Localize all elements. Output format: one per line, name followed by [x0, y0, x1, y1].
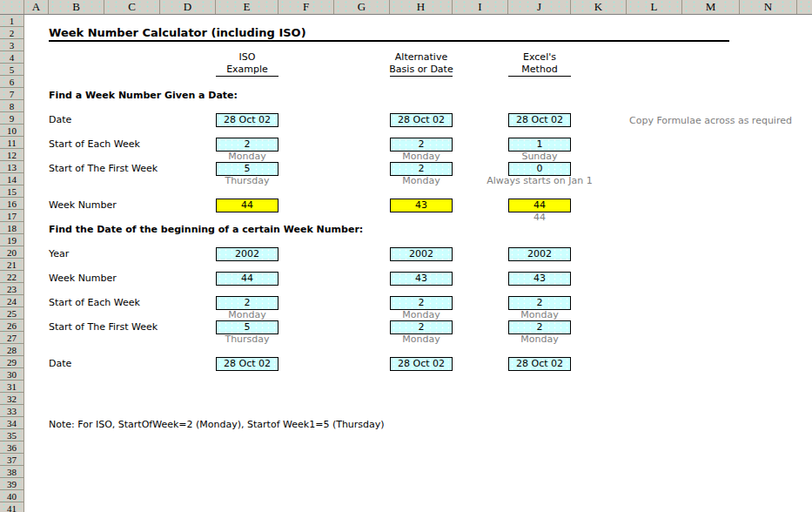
cell-s1-start-of-first-week-excel[interactable]: 0: [508, 162, 571, 176]
subtext-s1-week-number-excel: 44: [453, 212, 627, 224]
row-header-11[interactable]: 11: [0, 137, 24, 149]
cell-s1-start-of-first-week-alternative[interactable]: 2: [390, 162, 453, 176]
cell-s2-year-iso[interactable]: 2002: [216, 247, 278, 261]
cell-s1-start-of-first-week-iso[interactable]: 5: [216, 162, 278, 176]
column-header-a[interactable]: A: [24, 0, 49, 14]
cell-s2-year-excel[interactable]: 2002: [508, 247, 571, 261]
cell-s2-week-number-iso[interactable]: 44: [216, 272, 278, 286]
cell-s2-date-iso[interactable]: 28 Oct 02: [216, 357, 278, 371]
column-header-m[interactable]: M: [682, 0, 740, 14]
row-header-4[interactable]: 4: [0, 51, 24, 64]
row-header-37[interactable]: 37: [0, 454, 24, 466]
row-header-18[interactable]: 18: [0, 222, 24, 234]
row-header-10[interactable]: 10: [0, 125, 24, 137]
row-header-12[interactable]: 12: [0, 149, 24, 161]
row-header-2[interactable]: 2: [0, 27, 24, 39]
method-header-alternative-line1: Alternative: [395, 51, 447, 64]
row-header-29[interactable]: 29: [0, 356, 24, 368]
row-header-23[interactable]: 23: [0, 283, 24, 295]
cell-s2-year-alternative[interactable]: 2002: [390, 247, 453, 261]
row-header-19[interactable]: 19: [0, 234, 24, 246]
column-header-b[interactable]: B: [49, 0, 104, 14]
cell-s2-start-of-first-week-excel[interactable]: 2: [508, 320, 571, 334]
cell-s1-date-alternative[interactable]: 28 Oct 02: [390, 113, 453, 127]
label-s1-date: Date: [49, 113, 71, 126]
row-header-32[interactable]: 32: [0, 393, 24, 405]
cell-s1-start-of-each-week-alternative[interactable]: 2: [390, 138, 453, 152]
cell-s2-date-excel[interactable]: 28 Oct 02: [508, 357, 571, 371]
row-header-1[interactable]: 1: [0, 15, 24, 27]
column-header-n[interactable]: N: [740, 0, 797, 14]
row-header-27[interactable]: 27: [0, 332, 24, 344]
method-header-iso: ISO Example: [216, 51, 278, 77]
subtext-s2-start-of-first-week-iso: Thursday: [160, 333, 334, 346]
method-header-excels-line2: Method: [521, 64, 557, 76]
method-header-alternative-line2: Basis or Date: [389, 64, 453, 76]
column-header-j[interactable]: J: [508, 0, 571, 14]
row-header-13[interactable]: 13: [0, 161, 24, 173]
column-header-k[interactable]: K: [571, 0, 627, 14]
column-header-e[interactable]: E: [216, 0, 278, 14]
row-header-20[interactable]: 20: [0, 246, 24, 259]
row-header-3[interactable]: 3: [0, 39, 24, 51]
row-header-38[interactable]: 38: [0, 466, 24, 478]
row-header-5[interactable]: 5: [0, 64, 24, 76]
row-header-14[interactable]: 14: [0, 173, 24, 185]
row-header-31[interactable]: 31: [0, 381, 24, 393]
cell-s1-week-number-iso[interactable]: 44: [216, 199, 278, 212]
row-header-8[interactable]: 8: [0, 100, 24, 112]
column-header-i[interactable]: I: [453, 0, 508, 14]
cell-s1-date-iso[interactable]: 28 Oct 02: [216, 113, 278, 127]
row-header-40[interactable]: 40: [0, 490, 24, 502]
method-header-excels: Excel's Method: [508, 51, 571, 77]
row-header-25[interactable]: 25: [0, 307, 24, 320]
subtext-s1-start-of-each-week-iso: Monday: [160, 151, 334, 163]
cell-s1-date-excel[interactable]: 28 Oct 02: [508, 113, 571, 127]
cell-s1-week-number-alternative[interactable]: 43: [390, 199, 453, 212]
row-header-15[interactable]: 15: [0, 185, 24, 198]
cell-s2-start-of-each-week-alternative[interactable]: 2: [390, 296, 453, 310]
label-s2-week-number: Week Number: [49, 272, 117, 285]
column-header-l[interactable]: L: [627, 0, 682, 14]
row-header-21[interactable]: 21: [0, 259, 24, 271]
row-header-30[interactable]: 30: [0, 368, 24, 381]
row-header-6[interactable]: 6: [0, 76, 24, 88]
cell-s2-start-of-each-week-excel[interactable]: 2: [508, 296, 571, 310]
column-header-partial[interactable]: [797, 0, 812, 14]
row-header-41[interactable]: 41: [0, 502, 24, 512]
select-all-corner[interactable]: [0, 0, 24, 14]
row-header-7[interactable]: 7: [0, 88, 24, 100]
cell-s2-date-alternative[interactable]: 28 Oct 02: [390, 357, 453, 371]
cell-s1-week-number-excel[interactable]: 44: [508, 199, 571, 212]
column-header-c[interactable]: C: [104, 0, 160, 14]
label-s2-start-of-first-week: Start of The First Week: [49, 320, 158, 333]
row-header-39[interactable]: 39: [0, 478, 24, 490]
column-header-g[interactable]: G: [334, 0, 390, 14]
row-header-34[interactable]: 34: [0, 417, 24, 429]
row-header-16[interactable]: 16: [0, 198, 24, 210]
cell-s2-week-number-alternative[interactable]: 43: [390, 272, 453, 286]
row-header-17[interactable]: 17: [0, 210, 24, 222]
label-s1-week-number: Week Number: [49, 199, 117, 212]
row-header-35[interactable]: 35: [0, 429, 24, 441]
row-header-24[interactable]: 24: [0, 295, 24, 307]
cell-s1-start-of-each-week-excel[interactable]: 1: [508, 138, 571, 152]
row-header-22[interactable]: 22: [0, 271, 24, 283]
column-header-h[interactable]: H: [390, 0, 453, 14]
cell-s1-start-of-each-week-iso[interactable]: 2: [216, 138, 278, 152]
cell-s2-start-of-first-week-iso[interactable]: 5: [216, 320, 278, 334]
subtext-s1-start-of-first-week-iso: Thursday: [160, 175, 334, 187]
cell-s2-start-of-each-week-iso[interactable]: 2: [216, 296, 278, 310]
method-header-iso-line2: Example: [226, 64, 268, 76]
cell-s2-week-number-excel[interactable]: 43: [508, 272, 571, 286]
row-header-28[interactable]: 28: [0, 344, 24, 356]
sheet-title: Week Number Calculator (including ISO): [49, 26, 729, 42]
row-header-26[interactable]: 26: [0, 320, 24, 332]
spreadsheet-window: ABCDEFGHIJKLMN 1234567891011121314151617…: [0, 0, 812, 512]
row-header-36[interactable]: 36: [0, 441, 24, 454]
cell-s2-start-of-first-week-alternative[interactable]: 2: [390, 320, 453, 334]
row-header-9[interactable]: 9: [0, 112, 24, 125]
column-header-f[interactable]: F: [278, 0, 334, 14]
column-header-d[interactable]: D: [160, 0, 216, 14]
row-header-33[interactable]: 33: [0, 405, 24, 417]
